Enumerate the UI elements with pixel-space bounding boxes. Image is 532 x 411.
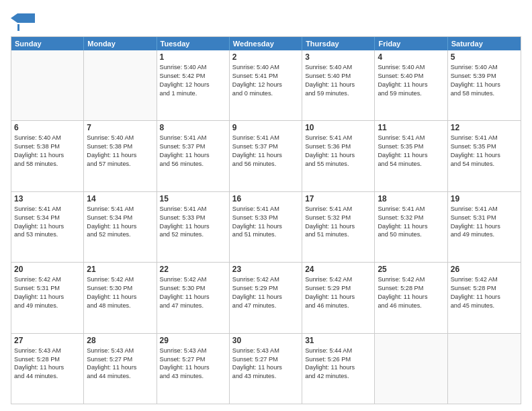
cell-line: Sunset: 5:31 PM: [451, 214, 518, 222]
cell-line: Daylight: 11 hours: [160, 363, 226, 372]
cell-line: Sunset: 5:29 PM: [305, 284, 371, 293]
cell-line: Sunset: 5:34 PM: [87, 214, 153, 222]
cell-line: and 46 minutes.: [305, 302, 371, 310]
page: SundayMondayTuesdayWednesdayThursdayFrid…: [0, 0, 532, 411]
cell-line: Daylight: 11 hours: [87, 222, 153, 231]
day-cell-1: 1Sunrise: 5:40 AMSunset: 5:42 PMDaylight…: [157, 50, 230, 120]
day-cell-3: 3Sunrise: 5:40 AMSunset: 5:40 PMDaylight…: [302, 50, 375, 120]
day-cell-16: 16Sunrise: 5:41 AMSunset: 5:33 PMDayligh…: [230, 192, 302, 262]
cell-line: Sunset: 5:36 PM: [305, 142, 371, 151]
calendar-body: 1Sunrise: 5:40 AMSunset: 5:42 PMDaylight…: [11, 50, 521, 404]
header-day-sunday: Sunday: [11, 37, 84, 50]
day-number: 25: [378, 265, 444, 274]
cell-line: Sunset: 5:30 PM: [87, 284, 153, 293]
cell-line: and 56 minutes.: [232, 160, 299, 169]
svg-rect-2: [17, 24, 19, 31]
day-number: 17: [305, 194, 371, 203]
cell-line: Sunrise: 5:40 AM: [378, 63, 444, 72]
calendar: SundayMondayTuesdayWednesdayThursdayFrid…: [11, 36, 521, 404]
cell-line: Daylight: 11 hours: [160, 151, 226, 160]
cell-line: and 55 minutes.: [305, 160, 371, 169]
cell-line: Daylight: 11 hours: [160, 222, 226, 231]
header-day-wednesday: Wednesday: [230, 37, 302, 50]
cell-line: Daylight: 11 hours: [378, 293, 444, 302]
cell-line: Sunrise: 5:41 AM: [14, 205, 81, 214]
cell-line: Sunset: 5:28 PM: [14, 355, 81, 364]
day-number: 13: [14, 194, 81, 203]
cell-line: Sunset: 5:38 PM: [14, 142, 81, 151]
cell-line: and 53 minutes.: [14, 230, 81, 239]
day-cell-12: 12Sunrise: 5:41 AMSunset: 5:35 PMDayligh…: [448, 121, 521, 191]
cell-line: Sunrise: 5:43 AM: [232, 347, 299, 355]
day-cell-17: 17Sunrise: 5:41 AMSunset: 5:32 PMDayligh…: [302, 192, 375, 262]
cell-line: Daylight: 11 hours: [451, 81, 518, 89]
cell-line: Sunset: 5:38 PM: [87, 142, 153, 151]
day-number: 7: [87, 123, 153, 132]
cell-line: and 51 minutes.: [305, 230, 371, 239]
cell-line: and 1 minute.: [160, 89, 226, 98]
svg-marker-0: [17, 13, 35, 23]
cell-line: Sunrise: 5:40 AM: [87, 134, 153, 142]
day-cell-21: 21Sunrise: 5:42 AMSunset: 5:30 PMDayligh…: [84, 263, 157, 332]
day-cell-20: 20Sunrise: 5:42 AMSunset: 5:31 PMDayligh…: [11, 263, 84, 332]
cell-line: Sunrise: 5:40 AM: [160, 63, 226, 72]
empty-cell: [375, 334, 447, 404]
calendar-week-5: 27Sunrise: 5:43 AMSunset: 5:28 PMDayligh…: [11, 333, 521, 404]
calendar-week-2: 6Sunrise: 5:40 AMSunset: 5:38 PMDaylight…: [11, 120, 521, 191]
day-cell-8: 8Sunrise: 5:41 AMSunset: 5:37 PMDaylight…: [157, 121, 230, 191]
cell-line: Sunrise: 5:43 AM: [14, 347, 81, 355]
cell-line: Sunrise: 5:42 AM: [451, 275, 518, 284]
day-number: 23: [232, 265, 299, 274]
day-number: 4: [378, 52, 444, 62]
cell-line: Sunset: 5:39 PM: [451, 72, 518, 81]
day-cell-29: 29Sunrise: 5:43 AMSunset: 5:27 PMDayligh…: [157, 334, 230, 404]
cell-line: Sunrise: 5:44 AM: [305, 347, 371, 355]
cell-line: Daylight: 12 hours: [232, 81, 299, 89]
cell-line: Sunset: 5:28 PM: [451, 284, 518, 293]
day-number: 9: [232, 123, 299, 132]
cell-line: Sunrise: 5:41 AM: [160, 134, 226, 142]
header-day-tuesday: Tuesday: [157, 37, 230, 50]
day-number: 28: [87, 336, 153, 345]
cell-line: and 52 minutes.: [87, 230, 153, 239]
cell-line: Sunrise: 5:41 AM: [305, 205, 371, 214]
header-day-friday: Friday: [375, 37, 447, 50]
day-cell-9: 9Sunrise: 5:41 AMSunset: 5:37 PMDaylight…: [230, 121, 302, 191]
cell-line: Daylight: 11 hours: [305, 222, 371, 231]
empty-cell: [448, 334, 521, 404]
cell-line: Daylight: 12 hours: [160, 81, 226, 89]
cell-line: Sunrise: 5:41 AM: [451, 205, 518, 214]
day-number: 27: [14, 336, 81, 345]
cell-line: Sunrise: 5:41 AM: [232, 134, 299, 142]
logo-icon: [11, 11, 35, 31]
header: [11, 11, 521, 31]
cell-line: Sunset: 5:27 PM: [87, 355, 153, 364]
cell-line: Sunset: 5:26 PM: [305, 355, 371, 364]
cell-line: Daylight: 11 hours: [160, 293, 226, 302]
day-number: 31: [305, 336, 371, 345]
cell-line: Sunrise: 5:41 AM: [378, 134, 444, 142]
cell-line: and 57 minutes.: [87, 160, 153, 169]
cell-line: Sunset: 5:40 PM: [305, 72, 371, 81]
cell-line: and 51 minutes.: [232, 230, 299, 239]
cell-line: Sunrise: 5:40 AM: [451, 63, 518, 72]
day-number: 5: [451, 52, 518, 62]
header-day-monday: Monday: [84, 37, 157, 50]
cell-line: Sunrise: 5:41 AM: [87, 205, 153, 214]
cell-line: Sunrise: 5:42 AM: [305, 275, 371, 284]
day-cell-4: 4Sunrise: 5:40 AMSunset: 5:40 PMDaylight…: [375, 50, 447, 120]
cell-line: Sunset: 5:30 PM: [160, 284, 226, 293]
cell-line: and 44 minutes.: [87, 372, 153, 381]
header-day-thursday: Thursday: [302, 37, 375, 50]
cell-line: and 50 minutes.: [378, 230, 444, 239]
cell-line: Daylight: 11 hours: [87, 151, 153, 160]
cell-line: Daylight: 11 hours: [14, 151, 81, 160]
day-cell-19: 19Sunrise: 5:41 AMSunset: 5:31 PMDayligh…: [448, 192, 521, 262]
day-cell-18: 18Sunrise: 5:41 AMSunset: 5:32 PMDayligh…: [375, 192, 447, 262]
day-cell-2: 2Sunrise: 5:40 AMSunset: 5:41 PMDaylight…: [230, 50, 302, 120]
cell-line: Daylight: 11 hours: [378, 151, 444, 160]
cell-line: and 45 minutes.: [451, 302, 518, 310]
cell-line: and 42 minutes.: [305, 372, 371, 381]
day-number: 2: [232, 52, 299, 62]
cell-line: Daylight: 11 hours: [14, 222, 81, 231]
